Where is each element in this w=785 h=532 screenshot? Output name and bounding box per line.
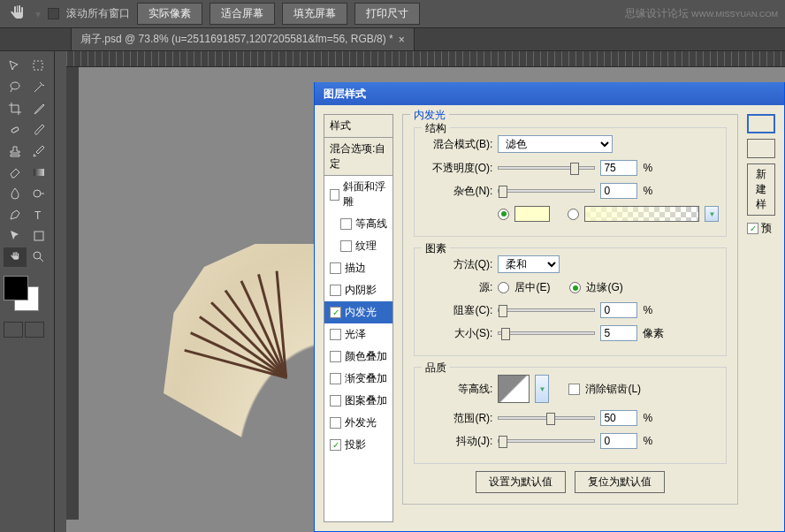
noise-input[interactable] (600, 183, 637, 199)
source-edge-radio[interactable] (569, 282, 581, 293)
lasso-tool[interactable] (4, 78, 27, 97)
type-tool[interactable]: T (28, 205, 51, 224)
hand-tool[interactable] (4, 247, 27, 267)
eyedropper-tool[interactable] (28, 99, 51, 118)
style-checkbox[interactable] (330, 189, 339, 201)
path-select-tool[interactable] (4, 226, 27, 246)
style-item[interactable]: 纹理 (324, 235, 392, 257)
contour-picker[interactable] (498, 375, 530, 403)
style-checkbox[interactable] (330, 262, 341, 274)
gradient-dropdown-icon[interactable]: ▼ (705, 206, 719, 222)
glow-color-box[interactable] (514, 206, 550, 222)
style-label: 描边 (345, 261, 366, 276)
new-style-button[interactable]: 新建样 (747, 163, 775, 216)
shape-tool[interactable] (28, 226, 51, 246)
reset-default-button[interactable]: 复位为默认值 (575, 471, 665, 493)
style-label: 斜面和浮雕 (343, 179, 387, 209)
color-swatches[interactable] (4, 276, 39, 311)
jitter-slider[interactable] (498, 439, 595, 443)
print-size-button[interactable]: 打印尺寸 (354, 3, 420, 25)
scroll-all-checkbox[interactable] (48, 8, 59, 19)
style-item[interactable]: 图案叠加 (324, 390, 392, 412)
blur-tool[interactable] (4, 184, 27, 203)
technique-select[interactable]: 柔和 (498, 255, 560, 273)
range-input[interactable] (600, 410, 637, 426)
wand-tool[interactable] (28, 78, 51, 97)
style-item[interactable]: ✓投影 (324, 434, 392, 456)
range-slider[interactable] (498, 416, 595, 420)
blend-mode-label: 混合模式(B): (422, 137, 492, 152)
actual-pixels-button[interactable]: 实际像素 (137, 3, 202, 25)
svg-text:T: T (34, 209, 42, 222)
style-item[interactable]: 渐变叠加 (324, 368, 392, 390)
stamp-tool[interactable] (4, 141, 27, 161)
selection-tool[interactable] (28, 57, 51, 76)
range-unit: % (643, 412, 652, 424)
set-default-button[interactable]: 设置为默认值 (476, 471, 566, 493)
tab-close-icon[interactable]: × (399, 34, 405, 46)
choke-slider[interactable] (498, 308, 595, 312)
style-item[interactable]: 描边 (324, 257, 392, 279)
style-label: 颜色叠加 (345, 349, 387, 364)
jitter-input[interactable] (600, 433, 637, 449)
eraser-tool[interactable] (4, 163, 27, 182)
blend-mode-select[interactable]: 滤色 (498, 135, 613, 153)
style-checkbox[interactable] (330, 329, 341, 340)
dialog-title-bar[interactable]: 图层样式 (315, 82, 784, 105)
style-checkbox[interactable] (330, 373, 341, 384)
options-bar: ▾ 滚动所有窗口 实际像素 适合屏幕 填充屏幕 打印尺寸 思缘设计论坛 WWW.… (0, 0, 785, 28)
style-item[interactable]: 内阴影 (324, 279, 392, 301)
style-item[interactable]: 等高线 (324, 213, 392, 235)
style-item[interactable]: 光泽 (324, 323, 392, 346)
antialias-checkbox[interactable] (568, 384, 580, 395)
crop-tool[interactable] (4, 99, 27, 118)
style-item[interactable]: 斜面和浮雕 (324, 176, 392, 213)
move-tool[interactable] (4, 57, 27, 76)
choke-input[interactable] (600, 302, 637, 318)
style-label: 图案叠加 (345, 393, 387, 408)
fill-screen-button[interactable]: 填充屏幕 (282, 3, 347, 25)
style-checkbox[interactable] (340, 218, 352, 230)
foreground-color-swatch[interactable] (4, 276, 28, 300)
ok-button[interactable] (747, 114, 775, 133)
standard-mode-button[interactable] (4, 322, 23, 338)
quickmask-mode-button[interactable] (25, 322, 44, 338)
style-checkbox[interactable] (330, 417, 341, 429)
opacity-slider[interactable] (498, 166, 595, 170)
contour-dropdown-icon[interactable]: ▼ (535, 375, 549, 403)
brush-tool[interactable] (28, 120, 51, 140)
fit-screen-button[interactable]: 适合屏幕 (210, 3, 275, 25)
pen-tool[interactable] (4, 205, 27, 224)
heal-tool[interactable] (4, 120, 27, 140)
document-tab[interactable]: 扇子.psd @ 73.8% (u=2511691857,1207205581&… (71, 27, 415, 50)
preview-checkbox[interactable] (747, 223, 758, 234)
blend-options-item[interactable]: 混合选项:自定 (324, 138, 392, 176)
size-input[interactable] (600, 325, 637, 341)
opacity-label: 不透明度(O): (422, 161, 492, 176)
dodge-tool[interactable] (28, 184, 51, 203)
style-checkbox[interactable] (330, 285, 341, 296)
opacity-input[interactable] (600, 160, 637, 176)
glow-gradient-box[interactable] (584, 206, 699, 222)
history-brush-tool[interactable] (28, 141, 51, 161)
style-label: 内发光 (345, 305, 377, 320)
styles-header[interactable]: 样式 (324, 115, 392, 138)
style-item[interactable]: 颜色叠加 (324, 346, 392, 368)
source-center-radio[interactable] (498, 282, 509, 293)
elements-title: 图素 (422, 241, 450, 256)
style-checkbox[interactable] (340, 240, 352, 252)
style-label: 光泽 (345, 327, 366, 342)
zoom-tool[interactable] (28, 247, 51, 267)
style-checkbox[interactable]: ✓ (330, 307, 341, 318)
cancel-button[interactable] (747, 139, 775, 158)
size-slider[interactable] (498, 331, 595, 335)
gradient-radio[interactable] (568, 209, 579, 220)
gradient-tool[interactable] (28, 163, 51, 182)
style-item[interactable]: 外发光 (324, 412, 392, 434)
color-radio[interactable] (498, 209, 509, 220)
style-checkbox[interactable] (330, 395, 341, 407)
style-item[interactable]: ✓内发光 (324, 301, 392, 323)
noise-slider[interactable] (498, 189, 595, 193)
style-checkbox[interactable] (330, 351, 341, 362)
style-checkbox[interactable]: ✓ (330, 439, 341, 451)
